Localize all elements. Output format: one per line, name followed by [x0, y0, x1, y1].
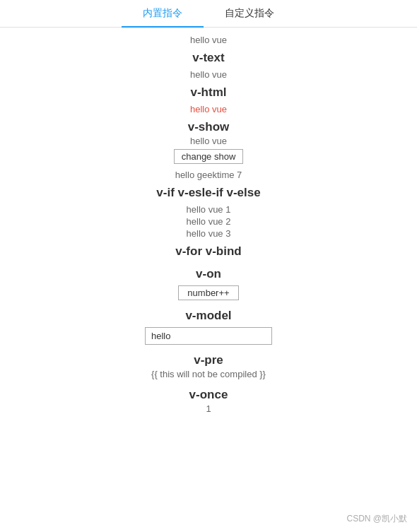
section-v-once: v-once 1	[14, 384, 403, 415]
number-increment-button[interactable]: number++	[178, 285, 238, 300]
section-v-show: hello vue v-show hello vue change show	[14, 104, 403, 167]
v-html-title: v-html	[191, 85, 227, 100]
v-text-content: hello vue	[190, 35, 227, 45]
v-show-title: v-show	[188, 120, 230, 134]
section-v-on: v-on number++	[14, 263, 403, 302]
section-v-model: v-model	[14, 305, 403, 346]
v-once-title: v-once	[189, 388, 228, 402]
section-v-if: hello geektime 7 v-if v-esle-if v-else	[14, 170, 403, 201]
watermark: CSDN @凯小默	[346, 513, 407, 525]
v-for-title: v-for v-bind	[175, 244, 242, 259]
v-model-title: v-model	[185, 309, 231, 323]
v-if-content: hello geektime 7	[175, 170, 242, 180]
tab-custom[interactable]: 自定义指令	[204, 0, 295, 27]
v-show-content: hello vue	[190, 104, 227, 114]
tab-builtin[interactable]: 内置指令	[122, 0, 204, 27]
directives-list: hello vue v-text hello vue v-html hello …	[0, 35, 417, 418]
section-v-text: hello vue v-text	[14, 35, 403, 66]
tabs: 内置指令 自定义指令	[0, 0, 417, 28]
v-for-item-2: hello vue 2	[187, 216, 231, 227]
v-pre-content: {{ this will not be compiled }}	[151, 369, 266, 379]
v-pre-title: v-pre	[194, 353, 223, 367]
v-html-content: hello vue	[190, 69, 227, 80]
main-container: 内置指令 自定义指令 hello vue v-text hello vue v-…	[0, 0, 417, 532]
v-model-input[interactable]	[145, 327, 272, 345]
change-show-button[interactable]: change show	[174, 149, 244, 164]
v-text-title: v-text	[192, 51, 224, 65]
v-once-content: 1	[206, 403, 211, 414]
v-on-title: v-on	[196, 267, 221, 281]
v-for-item-3: hello vue 3	[187, 228, 231, 239]
v-if-title: v-if v-esle-if v-else	[156, 186, 260, 200]
tab-custom-label: 自定义指令	[225, 7, 274, 18]
section-v-for: hello vue 1 hello vue 2 hello vue 3 v-fo…	[14, 204, 403, 260]
section-v-pre: v-pre {{ this will not be compiled }}	[14, 349, 403, 381]
v-show-sub-content: hello vue	[190, 136, 227, 146]
v-for-item-1: hello vue 1	[187, 204, 231, 215]
section-v-html: hello vue v-html	[14, 69, 403, 101]
tab-builtin-label: 内置指令	[143, 7, 182, 18]
